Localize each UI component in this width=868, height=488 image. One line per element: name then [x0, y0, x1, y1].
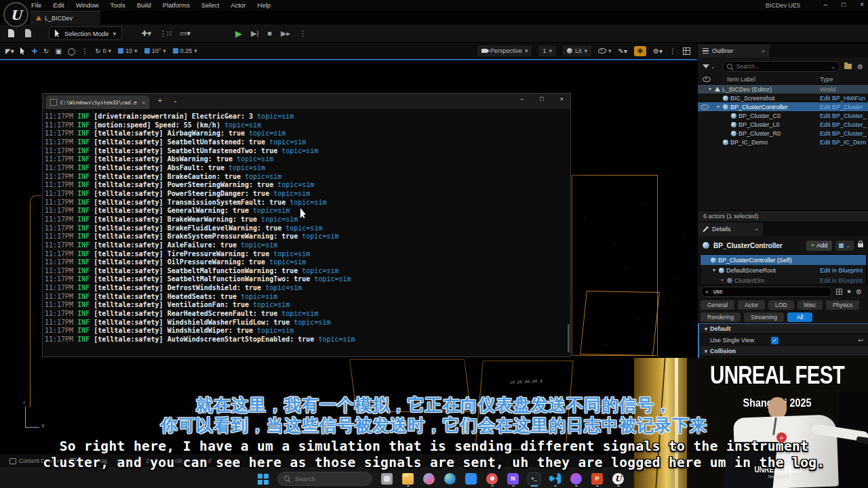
edit-in-blueprint-link[interactable]: Edit in Blueprint: [820, 277, 863, 284]
actor-type-link[interactable]: Edit BP_HMIFun: [820, 95, 868, 102]
vscode-icon[interactable]: [549, 470, 561, 487]
expander-icon[interactable]: ▾: [715, 104, 721, 110]
outliner-row[interactable]: BP_Cluster_L0Edit BP_Cluster_: [698, 120, 868, 129]
maximize-button[interactable]: □: [842, 1, 846, 8]
outliner-close-icon[interactable]: ×: [762, 48, 765, 54]
frame-skip-button[interactable]: ▶|: [251, 29, 258, 38]
unreal-icon[interactable]: U: [612, 470, 625, 487]
viewport-settings-icon[interactable]: ⚙▾: [653, 47, 663, 55]
expander-icon[interactable]: ▾: [719, 277, 725, 283]
filter-chip-all[interactable]: All: [787, 312, 812, 322]
outliner-row[interactable]: BP_Cluster_C0Edit BP_Cluster_: [698, 111, 868, 120]
details-close-icon[interactable]: ×: [755, 226, 758, 232]
clipchamp-icon[interactable]: [570, 470, 583, 487]
close-button[interactable]: ×: [860, 1, 864, 8]
filter-chip-rendering[interactable]: Rendering: [701, 312, 741, 322]
menu-item-platforms[interactable]: Platforms: [163, 1, 190, 9]
powerpoint-icon[interactable]: P: [591, 470, 604, 487]
scale-tool-icon[interactable]: ▣: [56, 47, 62, 55]
terminal-icon[interactable]: >_: [528, 470, 540, 487]
filter-chip-actor[interactable]: Actor: [738, 300, 765, 310]
component-row[interactable]: ▾DefaultSceneRootEdit in Blueprint: [701, 265, 866, 275]
minimize-button[interactable]: –: [824, 1, 828, 8]
actor-type-link[interactable]: Edit BP_Cluster: [820, 104, 868, 110]
world-coord-icon[interactable]: ◯: [68, 47, 75, 55]
new-tab-button[interactable]: +: [158, 97, 162, 104]
terminal-window[interactable]: C:\Windows\System32\cmd.e × + ⌄ – □ × 11…: [42, 93, 571, 357]
copilot-icon[interactable]: [422, 470, 435, 487]
task-view-icon[interactable]: [380, 470, 393, 487]
outliner-row[interactable]: BP_IC_DemoEdit BP_IC_Dem: [698, 138, 868, 146]
component-row[interactable]: BP_ClusterController (Self): [701, 255, 866, 265]
viewport-options-icon[interactable]: ◤▾: [5, 47, 14, 55]
actor-type-link[interactable]: Edit BP_IC_Dem: [820, 139, 868, 146]
app-purple-icon[interactable]: N: [507, 470, 519, 487]
outliner-row[interactable]: BIC_ScreenshotEdit BP_HMIFun: [698, 94, 868, 102]
lit-dropdown[interactable]: Lit▾: [563, 45, 591, 56]
outliner-search-input[interactable]: [735, 62, 829, 70]
location-snap[interactable]: 10▾: [118, 47, 138, 54]
details-search-input[interactable]: [712, 287, 827, 296]
actor-type-link[interactable]: Edit BP_Cluster_: [820, 121, 868, 128]
filter-chip-physics[interactable]: Physics: [826, 300, 859, 310]
details-settings-icon[interactable]: ⚙: [856, 288, 862, 296]
rotation-snap[interactable]: 10°▾: [144, 47, 166, 54]
menu-item-help[interactable]: Help: [258, 1, 271, 9]
terminal-maximize-button[interactable]: □: [540, 96, 543, 102]
terminal-close-button[interactable]: ×: [560, 96, 564, 102]
select-tool-icon[interactable]: [20, 47, 26, 55]
outliner-search[interactable]: ⌄: [722, 61, 840, 72]
blueprint-edit-dropdown[interactable]: ⌄: [835, 241, 854, 251]
outliner-row[interactable]: BP_Cluster_R0Edit BP_Cluster_: [698, 129, 868, 138]
start-button-icon[interactable]: [258, 474, 262, 479]
lock-icon[interactable]: [858, 243, 863, 247]
scale-snap[interactable]: 0.25▾: [173, 47, 197, 54]
reset-property-icon[interactable]: ↩: [858, 337, 863, 344]
section-collision[interactable]: ▾ Collision: [699, 346, 868, 357]
show-dropdown[interactable]: ▾: [598, 47, 612, 54]
component-row[interactable]: ▾ClusterElmEdit in Blueprint: [701, 275, 866, 285]
tab-details[interactable]: Details ×: [698, 222, 763, 236]
edge-icon[interactable]: [443, 470, 456, 487]
expander-icon[interactable]: ▾: [707, 86, 713, 92]
filter-chip-lod[interactable]: LOD: [768, 300, 793, 310]
menu-item-file[interactable]: File: [31, 1, 41, 9]
play-button[interactable]: ▶: [235, 28, 242, 39]
taskbar-search[interactable]: [277, 472, 372, 486]
tab-level[interactable]: L_BICDev: [30, 11, 100, 24]
cinematics-icon[interactable]: ▭▾: [180, 29, 191, 38]
clear-search-icon[interactable]: ×: [705, 289, 709, 295]
save-icon[interactable]: [8, 29, 14, 37]
play-options-icon[interactable]: ⋮: [299, 29, 307, 38]
filter-chip-streaming[interactable]: Streaming: [744, 312, 784, 322]
taskbar-search-input[interactable]: [294, 474, 366, 483]
filter-chip-misc[interactable]: Misc: [797, 300, 823, 310]
brush-icon[interactable]: ✎▾: [618, 47, 627, 55]
filter-icon[interactable]: [703, 64, 709, 68]
content-icon[interactable]: [25, 29, 31, 37]
use-single-view-checkbox[interactable]: ✓: [771, 337, 778, 344]
viewport-more-icon[interactable]: ⋮: [669, 47, 676, 55]
store-icon[interactable]: [465, 470, 477, 487]
terminal-titlebar[interactable]: C:\Windows\System32\cmd.e × + ⌄ – □ ×: [43, 94, 570, 109]
app-red-icon[interactable]: [486, 470, 498, 487]
menu-item-actor[interactable]: Actor: [231, 1, 245, 9]
terminal-minimize-button[interactable]: –: [520, 96, 524, 102]
surface-snap[interactable]: ↻ 0▾: [95, 47, 111, 55]
tab-dropdown-icon[interactable]: ⌄: [173, 98, 178, 104]
blueprints-icon[interactable]: ⋮∷: [159, 29, 172, 38]
add-actor-icon[interactable]: ✚▾: [141, 29, 151, 38]
eject-button[interactable]: ▶▸: [281, 29, 290, 38]
favorites-icon[interactable]: ★: [846, 288, 852, 295]
menu-item-tools[interactable]: Tools: [110, 1, 125, 9]
perspective-dropdown[interactable]: Perspective▾: [477, 45, 532, 56]
stop-button[interactable]: ■: [267, 29, 272, 37]
terminal-tab-close-icon[interactable]: ×: [142, 100, 145, 106]
terminal-tab[interactable]: C:\Windows\System32\cmd.e ×: [46, 96, 149, 109]
visibility-eye-icon[interactable]: [701, 104, 709, 110]
display-filter-icon[interactable]: [836, 289, 842, 295]
scalability-dropdown[interactable]: 1▾: [538, 45, 556, 56]
section-default[interactable]: ▾ Default: [699, 324, 868, 334]
more-icon[interactable]: ⋮: [81, 47, 88, 55]
actor-type-link[interactable]: Edit BP_Cluster_: [820, 113, 868, 119]
